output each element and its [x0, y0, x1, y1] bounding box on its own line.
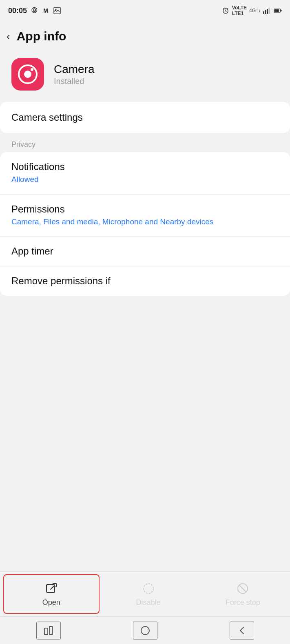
svg-rect-16 — [141, 626, 149, 635]
svg-rect-8 — [274, 9, 279, 12]
notifications-status: Allowed — [11, 174, 279, 185]
svg-rect-6 — [269, 8, 270, 14]
header: ‹ App info — [0, 21, 290, 50]
app-install-status: Installed — [54, 77, 95, 86]
signal-icon — [263, 7, 271, 15]
svg-rect-15 — [49, 626, 53, 635]
content-area: Camera settings Privacy Notifications Al… — [0, 102, 290, 379]
home-button[interactable] — [133, 622, 157, 640]
svg-rect-9 — [281, 10, 282, 11]
remove-permissions-title: Remove permissions if — [11, 275, 279, 287]
camera-settings-title: Camera settings — [11, 112, 279, 123]
svg-rect-3 — [263, 11, 264, 14]
force-stop-button[interactable]: Force stop — [195, 572, 290, 616]
svg-rect-5 — [267, 9, 268, 14]
svg-rect-14 — [44, 628, 48, 635]
status-time: 00:05 — [8, 7, 27, 15]
camera-settings-section[interactable]: Camera settings — [0, 102, 290, 133]
open-button[interactable]: Open — [3, 574, 100, 614]
gallery-icon — [53, 7, 61, 15]
status-bar: 00:05 Ⓑ M VoLTELTE1 4G↑↓ — [0, 0, 290, 21]
remove-permissions-item[interactable]: Remove permissions if — [0, 266, 290, 296]
app-timer-item[interactable]: App timer — [0, 237, 290, 266]
app-info-card: Camera Installed — [0, 50, 290, 102]
disable-label: Disable — [136, 598, 160, 607]
disable-icon — [141, 581, 156, 596]
notifications-item[interactable]: Notifications Allowed — [0, 152, 290, 195]
page-title: App info — [17, 29, 66, 43]
back-button[interactable]: ‹ — [7, 30, 10, 43]
camera-icon-inner — [18, 64, 38, 84]
permissions-detail: Camera, Files and media, Microphone and … — [11, 217, 279, 228]
svg-rect-4 — [265, 10, 266, 14]
app-name: Camera — [54, 63, 95, 76]
b-icon: Ⓑ — [30, 7, 38, 15]
status-right-icons: VoLTELTE1 4G↑↓ — [221, 5, 282, 16]
svg-rect-10 — [46, 584, 55, 593]
app-name-block: Camera Installed — [54, 63, 95, 86]
force-stop-label: Force stop — [226, 598, 260, 607]
alarm-icon — [221, 7, 230, 15]
app-timer-title: App timer — [11, 246, 279, 257]
permissions-item[interactable]: Permissions Camera, Files and media, Mic… — [0, 195, 290, 237]
privacy-label: Privacy — [0, 135, 290, 152]
privacy-list-card: Notifications Allowed Permissions Camera… — [0, 152, 290, 296]
force-stop-icon — [235, 581, 250, 596]
app-icon — [11, 58, 44, 91]
svg-line-13 — [239, 585, 246, 592]
open-icon — [44, 581, 59, 596]
notifications-title: Notifications — [11, 161, 279, 173]
disable-button[interactable]: Disable — [101, 572, 196, 616]
open-label: Open — [42, 598, 60, 607]
gmail-icon: M — [42, 7, 50, 15]
status-time-area: 00:05 Ⓑ M — [8, 7, 61, 15]
volte-label: VoLTELTE1 — [232, 5, 247, 16]
permissions-title: Permissions — [11, 204, 279, 215]
battery-icon — [274, 7, 282, 15]
svg-point-11 — [144, 584, 153, 593]
bottom-action-bar: Open Disable Force stop — [0, 571, 290, 616]
recents-button[interactable] — [36, 622, 61, 640]
nav-bar — [0, 616, 290, 644]
back-nav-button[interactable] — [230, 622, 254, 640]
network-icon: 4G↑↓ — [249, 8, 261, 13]
